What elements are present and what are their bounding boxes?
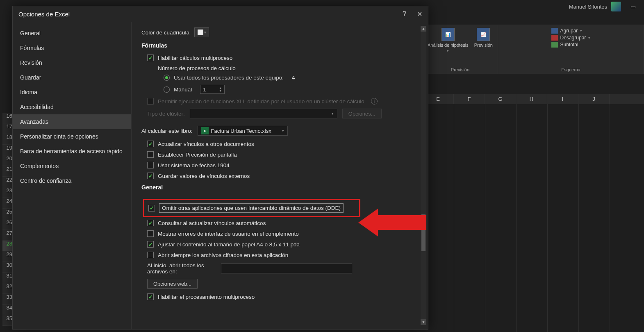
group-button[interactable]: Agrupar▾ (551, 28, 591, 34)
sheet-grid[interactable] (423, 104, 644, 332)
sidebar-item-formulas[interactable]: Fórmulas (13, 41, 131, 55)
subtotal-icon (551, 42, 558, 48)
scale-a4-checkbox[interactable]: Ajustar el contenido al tamaño de papel … (147, 241, 417, 248)
content-scrollbar[interactable]: ▲ ▼ (421, 26, 426, 325)
ribbon: 📊 Análisis de hipótesis ▾ 📈 Previsión Pr… (423, 25, 644, 74)
sidebar-item-advanced[interactable]: Avanzadas (13, 114, 131, 129)
whatif-analysis-button[interactable]: 📊 Análisis de hipótesis ▾ (428, 28, 469, 53)
open-encrypted-checkbox[interactable]: Abrir siempre los archivos cifrados en e… (147, 252, 417, 258)
ungroup-icon (551, 35, 558, 41)
checkbox-icon (147, 230, 154, 237)
options-sidebar: General Fórmulas Revisión Guardar Idioma… (13, 22, 132, 329)
startup-path-input[interactable] (221, 264, 352, 273)
window-controls: ▭ (630, 4, 636, 9)
checkbox-icon (147, 293, 154, 300)
enable-multithread-checkbox[interactable]: Habilitar cálculos multiproceso (147, 55, 417, 61)
excel-file-icon: x (201, 127, 209, 134)
sidebar-item-accessibility[interactable]: Accesibilidad (13, 100, 131, 114)
date-1904-checkbox[interactable]: Usar sistema de fechas 1904 (147, 162, 417, 168)
checkbox-icon (147, 162, 154, 168)
processor-count: 4 (292, 75, 295, 81)
excel-options-dialog: Opciones de Excel ? ✕ General Fórmulas R… (12, 6, 428, 330)
dde-highlight-annotation: Omitir otras aplicaciones que usen Inter… (143, 199, 360, 217)
cluster-options-button: Opciones... (342, 109, 382, 118)
username: Manuel Sifontes (569, 4, 607, 10)
col-header[interactable]: F (454, 94, 485, 104)
radio-icon (164, 86, 170, 93)
update-links-checkbox[interactable]: Actualizar vínculos a otros documentos (147, 141, 417, 147)
ribbon-group-prevision: 📊 Análisis de hipótesis ▾ 📈 Previsión Pr… (423, 25, 498, 74)
ribbon-group-label: Esquema (561, 67, 580, 72)
ribbon-group-label: Previsión (451, 67, 469, 72)
xll-cluster-checkbox: Permitir ejecución de funciones XLL defi… (147, 98, 417, 105)
gridline-color-picker[interactable]: ▾ (194, 27, 209, 37)
calc-workbook-label: Al calcular este libro: (141, 128, 193, 134)
ribbon-display-icon[interactable]: ▭ (630, 4, 636, 9)
col-header[interactable]: G (485, 94, 516, 104)
section-general: General (141, 184, 417, 191)
enable-multithread-processing-checkbox[interactable]: Habilitar el procesamiento multiproceso (147, 293, 417, 300)
checkbox-icon (147, 252, 154, 258)
col-header[interactable]: H (516, 94, 547, 104)
help-button[interactable]: ? (403, 10, 406, 18)
checkbox-icon (148, 205, 155, 211)
scrollbar-thumb[interactable] (421, 214, 426, 251)
workbook-selector[interactable]: xFactura Urban Tecno.xlsx ▾ (198, 126, 288, 136)
ignore-dde-checkbox[interactable]: Omitir otras aplicaciones que usen Inter… (159, 203, 344, 213)
gridline-color-label: Color de cuadrícula (141, 30, 189, 36)
sidebar-item-addins[interactable]: Complementos (13, 159, 131, 173)
show-addin-errors-checkbox[interactable]: Mostrar errores de interfaz de usuario e… (147, 230, 417, 237)
column-headers: E F G H I J (423, 94, 644, 104)
cluster-type-label: Tipo de clúster: (147, 111, 185, 117)
forecast-icon: 📈 (477, 28, 490, 41)
checkbox-icon (147, 241, 154, 248)
checkbox-icon (147, 141, 154, 147)
whatif-icon: 📊 (441, 28, 455, 41)
checkbox-icon (147, 173, 154, 179)
save-external-links-checkbox[interactable]: Guardar valores de vínculos externos (147, 173, 417, 179)
dialog-title: Opciones de Excel (18, 11, 70, 18)
web-options-button[interactable]: Opciones web... (147, 279, 198, 289)
section-formulas: Fórmulas (141, 42, 417, 49)
precision-displayed-checkbox[interactable]: Establecer Precisión de pantalla (147, 151, 417, 158)
use-all-processors-radio[interactable]: Usar todos los procesadores de este equi… (164, 75, 417, 81)
cluster-type-combo: ▾ (190, 109, 337, 118)
options-content: Color de cuadrícula ▾ Fórmulas Habilitar… (132, 22, 428, 329)
checkbox-icon (147, 98, 154, 105)
color-swatch-icon (198, 30, 203, 35)
checkbox-icon (147, 220, 154, 226)
sidebar-item-language[interactable]: Idioma (13, 85, 131, 100)
group-icon (551, 28, 558, 34)
thread-count-label: Número de procesos de cálculo (158, 65, 417, 71)
info-icon[interactable]: i (371, 98, 378, 105)
sidebar-item-customize-ribbon[interactable]: Personalizar cinta de opciones (13, 129, 131, 144)
col-header[interactable]: I (547, 94, 578, 104)
sidebar-item-general[interactable]: General (13, 26, 131, 41)
ribbon-group-outline: Agrupar▾ Desagrupar▾ Subtotal Esquema (498, 25, 644, 74)
checkbox-icon (147, 55, 154, 61)
startup-files-label: Al inicio, abrir todos los archivos en: (147, 262, 217, 275)
sidebar-item-proofing[interactable]: Revisión (13, 55, 131, 70)
titlebar: Manuel Sifontes ▭ (569, 0, 644, 13)
radio-icon (164, 75, 170, 81)
ungroup-button[interactable]: Desagrupar▾ (551, 35, 591, 41)
close-button[interactable]: ✕ (417, 10, 422, 18)
subtotal-button[interactable]: Subtotal (551, 42, 591, 48)
ask-update-links-checkbox[interactable]: Consultar al actualizar vínculos automát… (147, 220, 417, 226)
checkbox-icon (147, 151, 154, 158)
chevron-down-icon: ▾ (447, 49, 449, 53)
sidebar-item-quick-access[interactable]: Barra de herramientas de acceso rápido (13, 144, 131, 159)
worksheet[interactable]: E F G H I J (423, 94, 644, 332)
sidebar-item-save[interactable]: Guardar (13, 70, 131, 85)
avatar[interactable] (611, 2, 621, 11)
dialog-titlebar: Opciones de Excel ? ✕ (13, 6, 428, 22)
scroll-down-icon[interactable]: ▼ (421, 319, 426, 325)
manual-thread-spinner[interactable]: 1▲▼ (200, 85, 225, 94)
forecast-button[interactable]: 📈 Previsión (474, 28, 493, 53)
col-header[interactable]: J (578, 94, 610, 104)
manual-threads-radio[interactable]: Manual 1▲▼ (164, 85, 417, 94)
sidebar-item-trust-center[interactable]: Centro de confianza (13, 173, 131, 188)
scroll-up-icon[interactable]: ▲ (421, 26, 426, 32)
